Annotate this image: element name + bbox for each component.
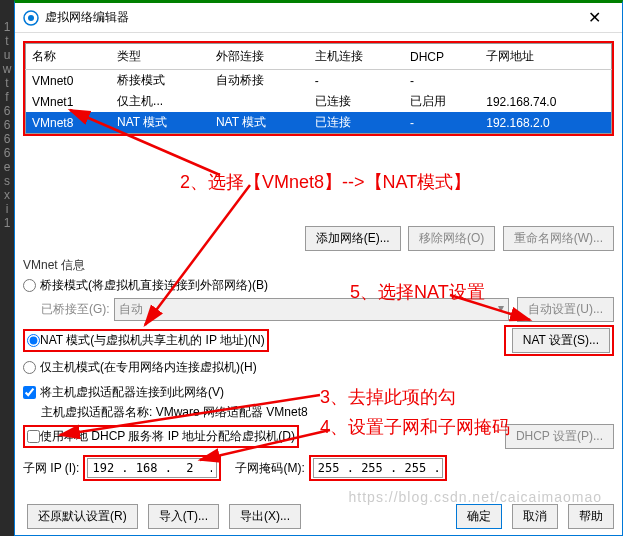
- nat-settings-button[interactable]: NAT 设置(S)...: [512, 328, 610, 353]
- check-connect-host-label: 将主机虚拟适配器连接到此网络(V): [40, 384, 224, 401]
- table-header[interactable]: DHCP: [404, 44, 480, 70]
- add-network-button[interactable]: 添加网络(E)...: [305, 226, 401, 251]
- import-button[interactable]: 导入(T)...: [148, 504, 219, 529]
- restore-defaults-button[interactable]: 还原默认设置(R): [27, 504, 138, 529]
- export-button[interactable]: 导出(X)...: [229, 504, 301, 529]
- table-header[interactable]: 子网地址: [480, 44, 611, 70]
- bridged-to-label: 已桥接至(G):: [41, 301, 110, 318]
- rename-network-button[interactable]: 重命名网络(W)...: [503, 226, 614, 251]
- auto-settings-button[interactable]: 自动设置(U)...: [517, 297, 614, 322]
- vmnet-info-label: VMnet 信息: [23, 257, 614, 274]
- dialog-title: 虚拟网络编辑器: [45, 9, 574, 26]
- titlebar: 虚拟网络编辑器 ✕: [15, 3, 622, 33]
- subnet-mask-input[interactable]: [313, 458, 443, 478]
- help-button[interactable]: 帮助: [568, 504, 614, 529]
- radio-hostonly[interactable]: [23, 361, 36, 374]
- table-row[interactable]: VMnet1仅主机...已连接已启用192.168.74.0: [26, 91, 612, 112]
- check-dhcp[interactable]: [27, 430, 40, 443]
- subnet-ip-input[interactable]: [87, 458, 217, 478]
- table-header[interactable]: 类型: [111, 44, 210, 70]
- network-table[interactable]: 名称类型外部连接主机连接DHCP子网地址 VMnet0桥接模式自动桥接--VMn…: [25, 43, 612, 134]
- radio-nat-label: NAT 模式(与虚拟机共享主机的 IP 地址)(N): [40, 332, 265, 349]
- subnet-ip-label: 子网 IP (I):: [23, 460, 79, 477]
- dhcp-settings-button[interactable]: DHCP 设置(P)...: [505, 424, 614, 449]
- radio-bridge[interactable]: [23, 279, 36, 292]
- remove-network-button[interactable]: 移除网络(O): [408, 226, 495, 251]
- close-icon[interactable]: ✕: [574, 8, 614, 27]
- watermark: https://blog.csdn.net/caicaimaomao: [349, 489, 602, 505]
- subnet-mask-label: 子网掩码(M):: [235, 460, 304, 477]
- check-connect-host[interactable]: [23, 386, 36, 399]
- virtual-network-editor-dialog: 虚拟网络编辑器 ✕ 名称类型外部连接主机连接DHCP子网地址 VMnet0桥接模…: [14, 0, 623, 536]
- radio-hostonly-label: 仅主机模式(在专用网络内连接虚拟机)(H): [40, 359, 257, 376]
- ok-button[interactable]: 确定: [456, 504, 502, 529]
- table-header[interactable]: 主机连接: [309, 44, 404, 70]
- editor-gutter: 1tuwtf6666esxi1: [0, 0, 14, 536]
- bridged-to-select[interactable]: 自动: [114, 298, 510, 321]
- table-row[interactable]: VMnet8NAT 模式NAT 模式已连接-192.168.2.0: [26, 112, 612, 134]
- radio-nat[interactable]: [27, 334, 40, 347]
- table-header[interactable]: 外部连接: [210, 44, 309, 70]
- cancel-button[interactable]: 取消: [512, 504, 558, 529]
- check-dhcp-label: 使用本地 DHCP 服务将 IP 地址分配给虚拟机(D): [40, 428, 295, 445]
- adapter-name-label: 主机虚拟适配器名称: VMware 网络适配器 VMnet8: [41, 404, 308, 421]
- table-header[interactable]: 名称: [26, 44, 112, 70]
- radio-bridge-label: 桥接模式(将虚拟机直接连接到外部网络)(B): [40, 277, 268, 294]
- table-row[interactable]: VMnet0桥接模式自动桥接--: [26, 70, 612, 92]
- svg-point-1: [28, 15, 34, 21]
- app-icon: [23, 10, 39, 26]
